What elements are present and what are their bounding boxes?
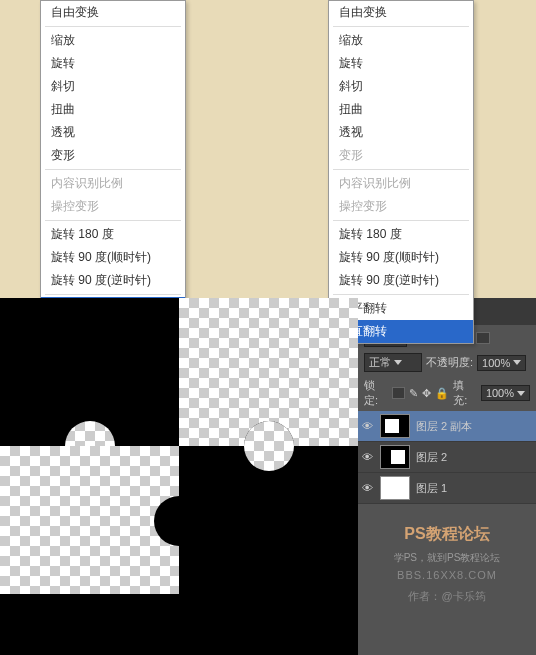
promo-author: 作者：@卡乐筠 (366, 589, 528, 604)
menu-separator (333, 26, 469, 27)
layer-row[interactable]: 👁 图层 2 副本 (358, 411, 536, 442)
menu-skew[interactable]: 斜切 (329, 75, 473, 98)
menu-content-aware: 内容识别比例 (41, 172, 185, 195)
lock-row: 锁定: ✎ ✥ 🔒 填充: 100% (358, 375, 536, 411)
menu-separator (333, 169, 469, 170)
layer-row[interactable]: 👁 图层 1 (358, 473, 536, 504)
layer-name[interactable]: 图层 2 (416, 450, 447, 465)
menu-rotate-90-cw[interactable]: 旋转 90 度(顺时针) (41, 246, 185, 269)
blend-row: 正常 不透明度: 100% (358, 350, 536, 375)
menu-scale[interactable]: 缩放 (41, 29, 185, 52)
chevron-down-icon (517, 391, 525, 396)
menu-separator (333, 294, 469, 295)
lock-transparent-icon[interactable] (392, 387, 405, 399)
menu-distort[interactable]: 扭曲 (41, 98, 185, 121)
context-menu-left: 自由变换 缩放 旋转 斜切 扭曲 透视 变形 内容识别比例 操控变形 旋转 18… (40, 0, 186, 344)
menu-warp[interactable]: 变形 (41, 144, 185, 167)
lock-position-icon[interactable]: ✥ (422, 387, 431, 400)
menu-skew[interactable]: 斜切 (41, 75, 185, 98)
context-menu-right: 自由变换 缩放 旋转 斜切 扭曲 透视 变形 内容识别比例 操控变形 旋转 18… (328, 0, 474, 344)
layer-thumbnail[interactable] (380, 476, 410, 500)
menu-distort[interactable]: 扭曲 (329, 98, 473, 121)
opacity-input[interactable]: 100% (477, 355, 526, 371)
visibility-icon[interactable]: 👁 (362, 482, 374, 494)
menu-separator (45, 169, 181, 170)
menu-separator (45, 294, 181, 295)
puzzle-piece-top-left (0, 298, 179, 446)
layer-thumbnail[interactable] (380, 414, 410, 438)
menu-rotate-90-ccw[interactable]: 旋转 90 度(逆时针) (329, 269, 473, 292)
promo-subtitle: 学PS，就到PS教程论坛 (366, 551, 528, 565)
layer-list: 👁 图层 2 副本 👁 图层 2 👁 图层 1 (358, 411, 536, 504)
bottom-section: 图层 类型 T 正常 不透明度: 100% 锁定: ✎ ✥ 🔒 填充: 100%… (0, 298, 536, 655)
menu-free-transform[interactable]: 自由变换 (41, 1, 185, 24)
menu-puppet-warp: 操控变形 (41, 195, 185, 218)
filter-smart-icon[interactable] (476, 332, 490, 344)
menu-warp: 变形 (329, 144, 473, 167)
chevron-down-icon (513, 360, 521, 365)
menu-perspective[interactable]: 透视 (41, 121, 185, 144)
menu-rotate-180[interactable]: 旋转 180 度 (41, 223, 185, 246)
menu-rotate[interactable]: 旋转 (41, 52, 185, 75)
layer-row[interactable]: 👁 图层 2 (358, 442, 536, 473)
top-background: 自由变换 缩放 旋转 斜切 扭曲 透视 变形 内容识别比例 操控变形 旋转 18… (0, 0, 536, 298)
menu-separator (45, 220, 181, 221)
menu-perspective[interactable]: 透视 (329, 121, 473, 144)
layer-name[interactable]: 图层 1 (416, 481, 447, 496)
menu-free-transform[interactable]: 自由变换 (329, 1, 473, 24)
menu-scale[interactable]: 缩放 (329, 29, 473, 52)
menu-rotate-90-cw[interactable]: 旋转 90 度(顺时针) (329, 246, 473, 269)
menu-separator (45, 26, 181, 27)
layer-name[interactable]: 图层 2 副本 (416, 419, 472, 434)
blend-mode-select[interactable]: 正常 (364, 353, 422, 372)
puzzle-piece-bottom-left (0, 446, 179, 594)
menu-content-aware: 内容识别比例 (329, 172, 473, 195)
promo-title: PS教程论坛 (366, 524, 528, 545)
canvas-bottom-strip (0, 594, 358, 655)
layer-thumbnail[interactable] (380, 445, 410, 469)
menu-separator (333, 220, 469, 221)
visibility-icon[interactable]: 👁 (362, 451, 374, 463)
menu-rotate[interactable]: 旋转 (329, 52, 473, 75)
opacity-label: 不透明度: (426, 355, 473, 370)
lock-all-icon[interactable]: 🔒 (435, 387, 449, 400)
menu-rotate-180[interactable]: 旋转 180 度 (329, 223, 473, 246)
fill-label: 填充: (453, 378, 477, 408)
promo-watermark: PS教程论坛 学PS，就到PS教程论坛 BBS.16XX8.COM 作者：@卡乐… (358, 504, 536, 624)
lock-image-icon[interactable]: ✎ (409, 387, 418, 400)
lock-label: 锁定: (364, 378, 388, 408)
fill-input[interactable]: 100% (481, 385, 530, 401)
visibility-icon[interactable]: 👁 (362, 420, 374, 432)
menu-puppet-warp: 操控变形 (329, 195, 473, 218)
layers-panel: 图层 类型 T 正常 不透明度: 100% 锁定: ✎ ✥ 🔒 填充: 100%… (358, 298, 536, 655)
chevron-down-icon (394, 360, 402, 365)
canvas-area[interactable] (0, 298, 358, 655)
promo-url: BBS.16XX8.COM (366, 569, 528, 581)
menu-rotate-90-ccw[interactable]: 旋转 90 度(逆时针) (41, 269, 185, 292)
puzzle-piece-bottom-right (179, 446, 358, 594)
